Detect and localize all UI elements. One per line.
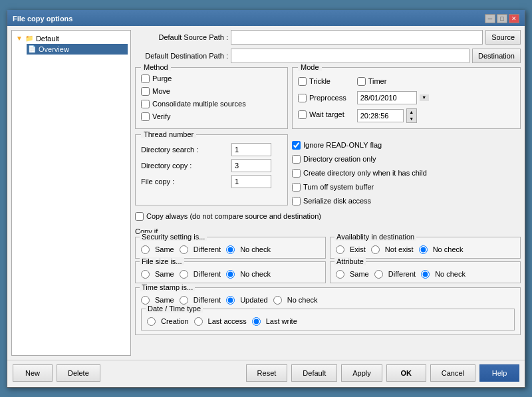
ts-updated-radio[interactable] xyxy=(226,296,235,305)
dir-copy-row: Directory copy : xyxy=(141,159,282,172)
timer-label: Timer xyxy=(368,77,387,85)
tree-item-overview[interactable]: 📄 Overview xyxy=(27,44,128,55)
title-text: File copy options xyxy=(13,15,72,23)
security-same-radio[interactable] xyxy=(141,245,150,254)
dir-search-row: Directory search : xyxy=(141,143,282,156)
filesize-group: File size is... Same Different No check xyxy=(135,261,326,283)
security-different-label: Different xyxy=(194,245,221,253)
consolidate-label: Consolidate multiple sources xyxy=(152,100,246,108)
security-different-radio[interactable] xyxy=(180,245,188,254)
ts-same-radio[interactable] xyxy=(141,296,150,305)
filesize-different-radio[interactable] xyxy=(180,270,188,279)
turn-off-buffer-checkbox[interactable] xyxy=(292,183,301,192)
ignore-readonly-label: Ignore READ-ONLY flag xyxy=(303,141,382,149)
dest-path-input[interactable] xyxy=(231,49,469,63)
file-copy-input[interactable] xyxy=(231,175,271,188)
security-group: Security setting is... Same Different No… xyxy=(135,237,326,259)
filesize-same-label: Same xyxy=(155,270,174,278)
mode-group: Mode Trickle Preprocess xyxy=(292,67,521,129)
copy-always-checkbox[interactable] xyxy=(135,212,144,221)
avail-nocheck-label: No check xyxy=(433,245,464,253)
preprocess-checkbox[interactable] xyxy=(298,94,307,102)
ok-button[interactable]: OK xyxy=(386,364,426,382)
left-button-group: New Delete xyxy=(13,364,100,382)
dt-lastwrite-label: Last write xyxy=(266,317,297,325)
time-up-btn[interactable]: ▲ xyxy=(407,109,416,116)
time-down-btn[interactable]: ▼ xyxy=(407,116,416,122)
attr-nocheck-radio[interactable] xyxy=(421,270,430,279)
availability-title: Availablity in destination xyxy=(334,233,416,241)
tree-child-overview: 📄 Overview xyxy=(27,44,128,55)
dt-creation-label: Creation xyxy=(161,317,189,325)
preprocess-label: Preprocess xyxy=(309,94,346,102)
maximize-button[interactable]: □ xyxy=(497,14,507,23)
avail-exist-label: Exist xyxy=(350,245,366,253)
verify-row: Verify xyxy=(141,112,282,121)
ts-nocheck-radio[interactable] xyxy=(273,296,282,305)
datetime-type-options: Creation Last access Last write xyxy=(147,317,509,326)
reset-button[interactable]: Reset xyxy=(246,364,288,382)
purge-checkbox[interactable] xyxy=(141,74,150,83)
source-path-row: Default Source Path : Source xyxy=(135,30,521,45)
close-button[interactable]: ✕ xyxy=(509,14,519,23)
avail-exist-radio[interactable] xyxy=(336,245,344,254)
dt-lastaccess-radio[interactable] xyxy=(194,317,203,326)
attribute-title: Attribute xyxy=(334,257,366,265)
timestamp-inner: Time stamp is... Same Different Updated … xyxy=(135,287,521,335)
timer-checkbox[interactable] xyxy=(357,77,366,86)
help-button[interactable]: Help xyxy=(479,364,519,382)
date-dropdown-btn[interactable]: ▼ xyxy=(420,94,429,101)
dest-button[interactable]: Destination xyxy=(472,49,521,63)
mode-title: Mode xyxy=(298,63,322,71)
minimize-button[interactable]: ─ xyxy=(485,14,495,23)
method-group: Method Purge Move Consolidate multiple s… xyxy=(135,67,288,129)
serialize-label: Serialize disk access xyxy=(303,197,371,205)
consolidate-checkbox[interactable] xyxy=(141,100,150,108)
wait-target-checkbox[interactable] xyxy=(298,110,307,119)
tree-item-default[interactable]: ▼ 📁 Default xyxy=(15,33,128,44)
serialize-row: Serialize disk access xyxy=(292,197,521,205)
timestamp-box: Time stamp is... Same Different Updated … xyxy=(135,287,521,335)
time-input[interactable] xyxy=(357,109,404,122)
move-row: Move xyxy=(141,87,282,96)
ts-different-label: Different xyxy=(194,296,221,304)
attr-different-radio[interactable] xyxy=(374,270,383,279)
dialog-window: File copy options ─ □ ✕ ▼ 📁 Default 📄 Ov… xyxy=(7,10,525,388)
default-button[interactable]: Default xyxy=(291,364,337,382)
ts-different-radio[interactable] xyxy=(180,296,188,305)
avail-notexist-radio[interactable] xyxy=(371,245,380,254)
create-dir-checkbox[interactable] xyxy=(292,169,301,178)
filesize-nocheck-label: No check xyxy=(240,270,271,278)
attr-same-label: Same xyxy=(350,270,369,278)
cancel-button[interactable]: Cancel xyxy=(430,364,475,382)
flags-section: Ignore READ-ONLY flag Directory creation… xyxy=(292,134,521,205)
dir-search-input[interactable] xyxy=(231,143,271,156)
dt-creation-radio[interactable] xyxy=(147,317,156,326)
tree-panel: ▼ 📁 Default 📄 Overview xyxy=(11,30,131,356)
serialize-checkbox[interactable] xyxy=(292,197,301,205)
dt-lastwrite-radio[interactable] xyxy=(252,317,261,326)
date-input[interactable] xyxy=(357,91,417,104)
bottom-buttons: New Delete Reset Default Apply OK Cancel… xyxy=(7,360,525,387)
source-button[interactable]: Source xyxy=(485,30,521,45)
ignore-readonly-checkbox[interactable] xyxy=(292,141,301,150)
dir-creation-checkbox[interactable] xyxy=(292,155,301,164)
new-button[interactable]: New xyxy=(13,364,53,382)
dir-creation-row: Directory creation only xyxy=(292,155,521,164)
security-nocheck-radio[interactable] xyxy=(226,245,235,254)
trickle-checkbox[interactable] xyxy=(298,77,307,86)
delete-button[interactable]: Delete xyxy=(57,364,100,382)
timer-row: Timer xyxy=(357,77,429,86)
turn-off-buffer-label: Turn off system buffer xyxy=(303,183,374,191)
avail-nocheck-radio[interactable] xyxy=(419,245,428,254)
wait-target-label: Wait target xyxy=(309,110,344,118)
source-path-input[interactable] xyxy=(231,30,483,45)
verify-checkbox[interactable] xyxy=(141,112,150,121)
dt-lastaccess-label: Last access xyxy=(208,317,247,325)
attr-same-radio[interactable] xyxy=(336,270,344,279)
move-checkbox[interactable] xyxy=(141,87,150,96)
dir-copy-input[interactable] xyxy=(231,159,271,172)
apply-button[interactable]: Apply xyxy=(341,364,382,382)
filesize-nocheck-radio[interactable] xyxy=(226,270,235,279)
filesize-same-radio[interactable] xyxy=(141,270,150,279)
